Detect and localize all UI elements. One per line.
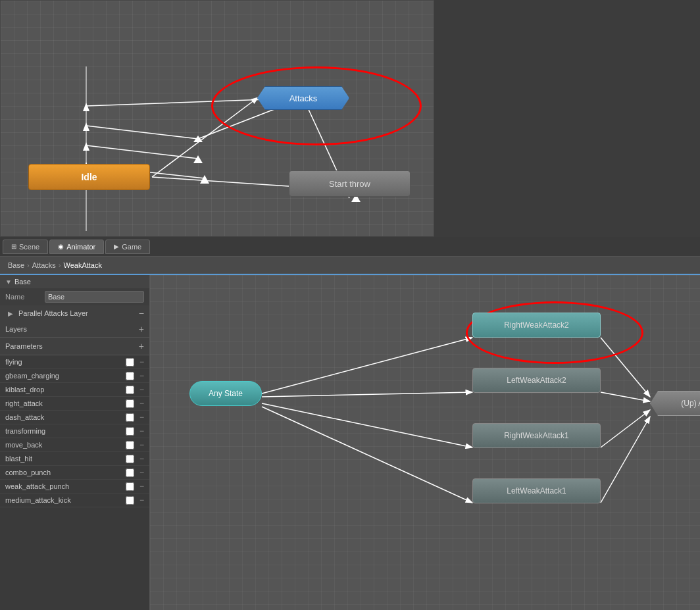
layer-minus-button[interactable]: −: [139, 308, 144, 318]
tab-scene[interactable]: ⊞ Scene: [3, 240, 48, 254]
param-blast-hit-remove[interactable]: −: [139, 454, 144, 463]
param-combo-punch-remove[interactable]: −: [139, 468, 144, 477]
param-kiblast-drop-checkbox[interactable]: [126, 386, 134, 394]
attacks-node[interactable]: Attacks: [257, 86, 349, 110]
param-move-back-checkbox[interactable]: [126, 441, 134, 449]
param-move-back: move_back −: [0, 438, 149, 452]
param-flying-remove[interactable]: −: [139, 357, 144, 367]
up-attacks-node[interactable]: (Up) Attacks: [650, 391, 700, 416]
param-flying-checkbox[interactable]: [126, 358, 134, 367]
param-transforming-remove[interactable]: −: [139, 426, 144, 436]
top-animator-view: Attacks Idle Start throw: [0, 0, 434, 237]
bottom-graph-area: Any State RightWeakAttack2 LeftWeakAttac…: [150, 275, 700, 610]
param-weak-attack-punch-checkbox[interactable]: [126, 482, 134, 491]
name-field-row: Name: [0, 288, 149, 305]
param-gbeam-charging: gbeam_charging −: [0, 369, 149, 383]
param-medium-attack-kick-checkbox[interactable]: [126, 496, 134, 505]
parameters-header: Parameters +: [0, 338, 149, 355]
left-panel: ▼ Base Name ▶ Parallel Attacks Layer − L…: [0, 275, 150, 610]
param-dash-attack-remove[interactable]: −: [139, 413, 144, 422]
param-transforming: transforming −: [0, 424, 149, 438]
tab-animator[interactable]: ◉ Animator: [49, 240, 104, 254]
param-gbeam-charging-checkbox[interactable]: [126, 372, 134, 380]
graph-grid: [150, 275, 700, 610]
grid-background: [1, 1, 434, 236]
idle-node[interactable]: Idle: [28, 164, 150, 190]
right-weak-attack1-node[interactable]: RightWeakAttack1: [472, 423, 601, 448]
start-throw-node[interactable]: Start throw: [289, 170, 411, 197]
param-combo-punch-checkbox[interactable]: [126, 469, 134, 477]
left-weak-attack1-node[interactable]: LeftWeakAttack1: [472, 478, 601, 503]
param-dash-attack: dash_attack −: [0, 411, 149, 424]
param-weak-attack-punch: weak_attack_punch −: [0, 480, 149, 494]
breadcrumb-attacks[interactable]: Attacks: [30, 261, 59, 269]
param-medium-attack-kick-remove[interactable]: −: [139, 496, 144, 505]
param-dash-attack-checkbox[interactable]: [126, 413, 134, 422]
param-medium-attack-kick: medium_attack_kick −: [0, 494, 149, 507]
name-input[interactable]: [45, 291, 144, 303]
param-right-attack-remove[interactable]: −: [139, 399, 144, 408]
scene-icon: ⊞: [11, 243, 16, 250]
layers-add-button[interactable]: +: [139, 324, 144, 334]
right-weak-attack2-node[interactable]: RightWeakAttack2: [472, 313, 601, 338]
animator-icon: ◉: [58, 243, 64, 250]
param-combo-punch: combo_punch −: [0, 466, 149, 480]
breadcrumb-base[interactable]: Base: [5, 261, 27, 269]
any-state-node[interactable]: Any State: [189, 381, 262, 406]
param-right-attack-checkbox[interactable]: [126, 399, 134, 408]
param-weak-attack-punch-remove[interactable]: −: [139, 482, 144, 491]
param-right-attack: right_attack −: [0, 397, 149, 411]
bottom-main: ▼ Base Name ▶ Parallel Attacks Layer − L…: [0, 275, 700, 610]
base-section-header[interactable]: ▼ Base: [0, 275, 149, 288]
param-blast-hit-checkbox[interactable]: [126, 455, 134, 463]
parallel-attacks-layer-row: ▶ Parallel Attacks Layer −: [0, 305, 149, 321]
parameters-list: flying − gbeam_charging − kiblast_drop −…: [0, 355, 149, 610]
tab-game[interactable]: ▶ Game: [105, 240, 150, 254]
chevron-down-icon: ▼: [5, 278, 12, 286]
param-gbeam-charging-remove[interactable]: −: [139, 371, 144, 380]
tabs-bar: ⊞ Scene ◉ Animator ▶ Game: [0, 237, 700, 257]
breadcrumb-weakattack[interactable]: WeakAttack: [61, 261, 105, 269]
param-transforming-checkbox[interactable]: [126, 427, 134, 436]
param-flying: flying −: [0, 355, 149, 369]
param-move-back-remove[interactable]: −: [139, 440, 144, 449]
game-icon: ▶: [114, 243, 119, 250]
layers-header: Layers +: [0, 321, 149, 338]
param-kiblast-drop-remove[interactable]: −: [139, 385, 144, 394]
parameters-add-button[interactable]: +: [139, 341, 144, 351]
left-weak-attack2-node[interactable]: LeftWeakAttack2: [472, 368, 601, 393]
param-kiblast-drop: kiblast_drop −: [0, 383, 149, 397]
breadcrumb: Base › Attacks › WeakAttack: [0, 257, 700, 275]
param-blast-hit: blast_hit −: [0, 452, 149, 466]
layer-play-button[interactable]: ▶: [5, 308, 16, 318]
